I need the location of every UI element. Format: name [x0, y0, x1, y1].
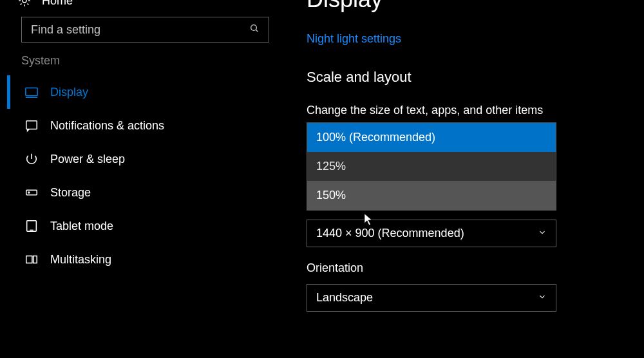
power-icon: [24, 152, 39, 166]
nav-home[interactable]: Home: [7, 0, 270, 13]
sidebar-item-label: Power & sleep: [50, 153, 125, 166]
sidebar-item-label: Storage: [50, 186, 91, 200]
svg-point-1: [251, 25, 257, 31]
search-placeholder: Find a setting: [31, 23, 100, 37]
sidebar-item-label: Tablet mode: [50, 220, 113, 233]
sidebar-item-display[interactable]: Display: [7, 75, 270, 109]
resolution-value: 1440 × 900 (Recommended): [316, 227, 464, 240]
tablet-icon: [24, 219, 39, 233]
chevron-down-icon: [538, 292, 547, 303]
svg-rect-7: [26, 256, 32, 263]
search-input[interactable]: Find a setting: [21, 17, 269, 42]
multitasking-icon: [24, 252, 39, 267]
sidebar-item-label: Multitasking: [50, 253, 111, 267]
sidebar-item-label: Notifications & actions: [50, 119, 164, 133]
scale-option-125[interactable]: 125%: [307, 152, 556, 181]
sidebar-item-storage[interactable]: Storage: [7, 176, 270, 209]
svg-rect-8: [33, 256, 37, 263]
home-label: Home: [42, 0, 73, 8]
display-icon: [24, 85, 39, 99]
main-content: Display Night light settings Scale and l…: [307, 0, 641, 358]
sidebar-section-label: System: [7, 54, 270, 68]
notifications-icon: [24, 118, 39, 133]
page-title: Display: [307, 0, 641, 13]
scale-option-100[interactable]: 100% (Recommended): [307, 123, 556, 152]
resolution-dropdown[interactable]: 1440 × 900 (Recommended): [307, 220, 556, 247]
svg-rect-2: [26, 88, 37, 96]
scale-setting-label: Change the size of text, apps, and other…: [307, 104, 641, 117]
scale-option-150[interactable]: 150%: [307, 181, 556, 210]
orientation-dropdown[interactable]: Landscape: [307, 284, 556, 312]
svg-point-5: [28, 192, 30, 193]
sidebar-item-label: Display: [50, 86, 88, 99]
sidebar-item-notifications[interactable]: Notifications & actions: [7, 109, 270, 142]
orientation-value: Landscape: [316, 291, 373, 305]
search-icon: [249, 23, 260, 36]
svg-point-0: [23, 0, 26, 3]
svg-rect-3: [26, 121, 37, 129]
sidebar-item-tabletmode[interactable]: Tablet mode: [7, 209, 270, 243]
orientation-label: Orientation: [307, 261, 641, 275]
chevron-down-icon: [538, 228, 547, 239]
scale-dropdown-open[interactable]: 100% (Recommended) 125% 150%: [307, 122, 556, 211]
storage-icon: [24, 185, 39, 200]
section-heading-scale: Scale and layout: [307, 69, 641, 86]
gear-icon: [17, 0, 32, 8]
night-light-link[interactable]: Night light settings: [307, 32, 401, 46]
sidebar-item-multitasking[interactable]: Multitasking: [7, 243, 270, 276]
sidebar-item-power[interactable]: Power & sleep: [7, 142, 270, 176]
sidebar: Home Find a setting System Display Notif…: [0, 0, 270, 358]
